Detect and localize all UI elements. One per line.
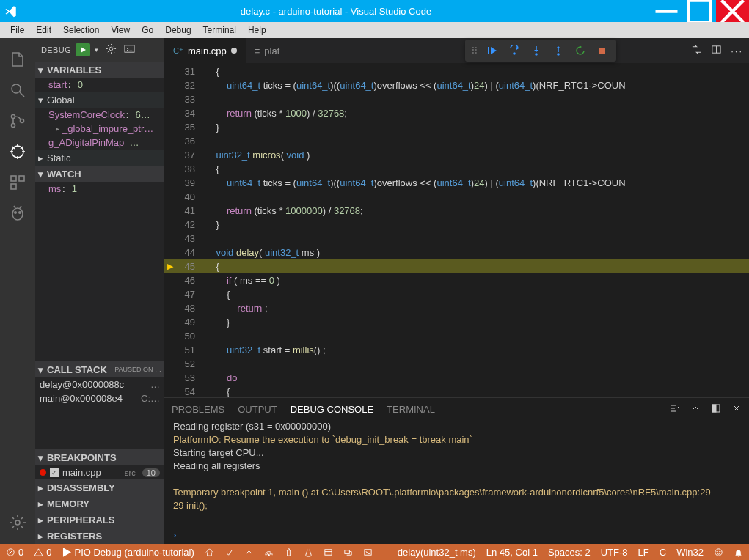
- terminal-tab[interactable]: TERMINAL: [387, 404, 435, 415]
- tab-plat[interactable]: ≡ plat: [246, 38, 289, 63]
- menu-selection[interactable]: Selection: [57, 25, 105, 35]
- pio-build-icon[interactable]: [224, 548, 234, 557]
- menu-file[interactable]: File: [4, 25, 30, 35]
- svg-rect-17: [19, 176, 24, 181]
- code-lines[interactable]: { uint64_t ticks = (uint64_t)((uint64_t)…: [205, 63, 749, 397]
- peripherals-section[interactable]: ▸PERIPHERALS: [35, 512, 164, 528]
- svg-rect-27: [488, 47, 489, 54]
- debug-icon[interactable]: [0, 136, 35, 167]
- breakpoint-count: 10: [142, 468, 160, 477]
- explorer-icon[interactable]: [0, 44, 35, 75]
- menu-debug[interactable]: Debug: [159, 25, 197, 35]
- menu-go[interactable]: Go: [136, 25, 159, 35]
- callstack-section[interactable]: ▾CALL STACKPAUSED ON …: [35, 361, 164, 377]
- status-spaces[interactable]: Spaces: 2: [548, 547, 591, 558]
- pio-test-icon[interactable]: [304, 548, 313, 557]
- memory-section[interactable]: ▸MEMORY: [35, 495, 164, 512]
- clear-console-icon[interactable]: [670, 403, 680, 416]
- pio-clean-icon[interactable]: [284, 548, 293, 557]
- output-tab[interactable]: OUTPUT: [238, 404, 277, 415]
- debug-console-input[interactable]: ›: [164, 529, 749, 544]
- menu-view[interactable]: View: [105, 25, 136, 35]
- pio-tasks-icon[interactable]: [324, 548, 333, 557]
- variable-row[interactable]: g_ADigitalPinMap …: [35, 136, 164, 150]
- debug-console-output[interactable]: Reading register (s31 = 0x00000000)Platf…: [164, 420, 749, 529]
- bell-icon[interactable]: [734, 548, 743, 557]
- debug-console-tab[interactable]: DEBUG CONSOLE: [291, 404, 373, 415]
- breakpoint-checkbox[interactable]: ✓: [50, 468, 59, 477]
- pio-upload-icon[interactable]: [244, 548, 254, 557]
- split-editor-icon[interactable]: [711, 44, 722, 57]
- pio-terminal-icon[interactable]: [363, 548, 373, 557]
- configure-gear-icon[interactable]: [106, 43, 117, 56]
- minimize-button[interactable]: [650, 0, 683, 22]
- variable-row[interactable]: start: 0: [35, 78, 164, 92]
- pio-serial-icon[interactable]: [343, 548, 353, 557]
- menu-terminal[interactable]: Terminal: [197, 25, 242, 35]
- debug-toolbar[interactable]: ⠿: [465, 40, 616, 62]
- breakpoint-dot-icon: [40, 469, 46, 476]
- more-icon[interactable]: ···: [731, 45, 743, 56]
- panel-maximize-icon[interactable]: [711, 403, 721, 416]
- breakpoints-title: BREAKPOINTS: [47, 452, 117, 463]
- breakpoint-row[interactable]: ✓ main.cpp src 10: [35, 465, 164, 479]
- settings-icon[interactable]: [0, 507, 35, 538]
- variable-row[interactable]: ▸_global_impure_ptr…: [35, 122, 164, 136]
- watch-section[interactable]: ▾WATCH: [35, 166, 164, 182]
- restart-button[interactable]: [571, 41, 590, 60]
- drag-handle-icon[interactable]: ⠿: [470, 45, 480, 56]
- disassembly-section[interactable]: ▸DISASSEMBLY: [35, 479, 164, 495]
- pio-remote-icon[interactable]: [264, 548, 274, 557]
- scm-icon[interactable]: [0, 106, 35, 136]
- pio-home-icon[interactable]: [205, 548, 214, 557]
- variables-title: VARIABLES: [47, 65, 101, 75]
- platformio-icon[interactable]: [0, 198, 35, 229]
- variable-row[interactable]: SystemCoreClock: 6…: [35, 108, 164, 122]
- svg-point-30: [535, 53, 538, 56]
- continue-button[interactable]: [483, 41, 502, 60]
- breakpoints-section[interactable]: ▾BREAKPOINTS: [35, 449, 164, 465]
- panel-close-icon[interactable]: [731, 403, 742, 416]
- start-debug-button[interactable]: [76, 43, 90, 56]
- debug-config-dropdown[interactable]: ▾: [95, 46, 98, 54]
- svg-point-32: [557, 53, 560, 56]
- tab-label: plat: [264, 45, 279, 56]
- status-lncol[interactable]: Ln 45, Col 1: [486, 547, 538, 558]
- status-warnings[interactable]: 0: [34, 547, 51, 558]
- status-errors[interactable]: 0: [6, 547, 23, 558]
- panel-up-icon[interactable]: [690, 403, 701, 416]
- status-lang[interactable]: C: [660, 547, 666, 558]
- static-scope[interactable]: ▸Static: [35, 150, 164, 166]
- status-run[interactable]: PIO Debug (arduino-tutorial): [62, 547, 194, 558]
- variables-section[interactable]: ▾VARIABLES: [35, 62, 164, 78]
- extensions-icon[interactable]: [0, 167, 35, 198]
- debug-console-icon[interactable]: [124, 43, 135, 56]
- code-editor[interactable]: ▶ 31323334353637383940414243444546474849…: [164, 63, 749, 397]
- svg-rect-49: [325, 549, 332, 554]
- global-scope[interactable]: ▾Global: [35, 92, 164, 108]
- status-context[interactable]: delay(uint32_t ms): [398, 547, 476, 558]
- tab-main-cpp[interactable]: C⁺ main.cpp: [164, 38, 246, 63]
- stop-button[interactable]: [593, 41, 612, 60]
- svg-line-23: [20, 206, 21, 208]
- feedback-icon[interactable]: [714, 548, 723, 557]
- status-os[interactable]: Win32: [676, 547, 704, 558]
- status-encoding[interactable]: UTF-8: [601, 547, 628, 558]
- stack-frame[interactable]: delay@0x0000088c…: [35, 377, 164, 391]
- maximize-button[interactable]: [683, 0, 716, 22]
- problems-tab[interactable]: PROBLEMS: [172, 404, 224, 415]
- status-eol[interactable]: LF: [638, 547, 649, 558]
- compare-icon[interactable]: [691, 44, 702, 57]
- svg-point-24: [15, 520, 20, 525]
- registers-section[interactable]: ▸REGISTERS: [35, 528, 164, 544]
- close-button[interactable]: [716, 0, 749, 22]
- menu-edit[interactable]: Edit: [30, 25, 57, 35]
- step-into-button[interactable]: [527, 41, 546, 60]
- step-out-button[interactable]: [549, 41, 568, 60]
- search-icon[interactable]: [0, 75, 35, 106]
- watch-row[interactable]: ms: 1: [35, 182, 164, 196]
- stack-frame[interactable]: main@0x000008e4C:…: [35, 391, 164, 405]
- tab-dirty-icon: [231, 48, 237, 54]
- menu-help[interactable]: Help: [242, 25, 272, 35]
- step-over-button[interactable]: [505, 41, 524, 60]
